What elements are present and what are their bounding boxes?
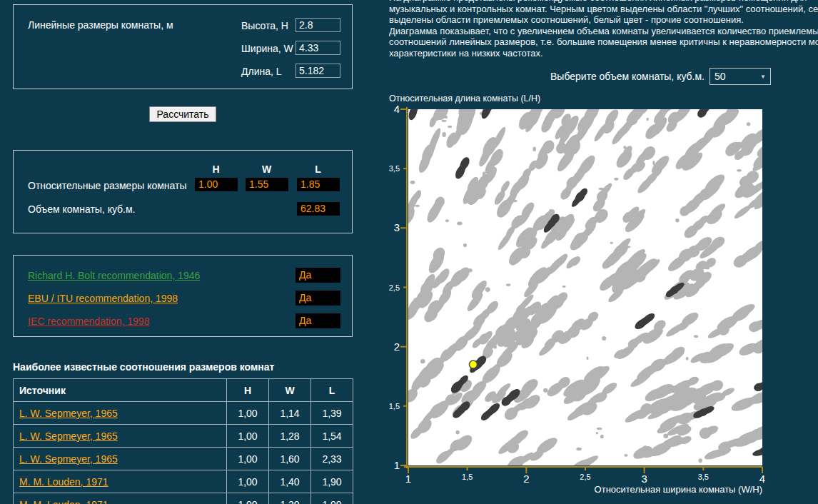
col-l-label: L <box>297 163 339 175</box>
source-link[interactable]: L. W. Sepmeyer, 1965 <box>19 430 118 442</box>
header-source: Источник <box>14 379 227 402</box>
y-tick-label: 2 <box>394 341 400 353</box>
description-line: На диаграмме представлены рекомендуемые … <box>389 0 818 4</box>
y-tick-label: 3,5 <box>389 164 400 173</box>
room-ratio-diagram[interactable]: 11,522,533,5411,522,533,54Относительная … <box>385 100 818 504</box>
x-tick-label: 4 <box>759 473 765 485</box>
table-row: M. M. Louden, 1971 1,00 1,30 1,90 <box>14 493 353 504</box>
bolt-recommendation-link[interactable]: Richard H. Bolt recommendation, 1946 <box>28 270 200 281</box>
height-input[interactable] <box>296 18 340 32</box>
best-ratio-region <box>484 100 496 109</box>
x-tick-label: 3 <box>641 473 647 485</box>
chart-x-axis-title: Относительная ширина комнаты (W/H) <box>595 484 762 495</box>
ebu-itu-recommendation-result: Да <box>296 291 340 306</box>
x-tick-label: 2,5 <box>580 473 590 481</box>
description-line: выделены области приемлемых соотношений,… <box>389 14 818 26</box>
header-l: L <box>311 379 353 402</box>
header-h: H <box>227 379 269 402</box>
ebu-itu-recommendation-link[interactable]: EBU / ITU recommendation, 1998 <box>28 293 178 304</box>
y-tick-label: 1,5 <box>389 402 400 410</box>
source-link[interactable]: L. W. Sepmeyer, 1965 <box>19 453 118 465</box>
diagram-description: На диаграмме представлены рекомендуемые … <box>389 0 818 64</box>
description-line: соотношений линейных размеров, т.е. боль… <box>389 36 818 48</box>
iec-recommendation-link[interactable]: IEC recommendation, 1998 <box>28 316 149 327</box>
iec-recommendation-result: Да <box>296 313 340 328</box>
source-link[interactable]: M. M. Louden, 1971 <box>19 499 108 504</box>
recommendations-panel: Richard H. Bolt recommendation, 1946 Да … <box>13 255 353 337</box>
volume-select-label: Выберите объем комнаты, куб.м. <box>550 71 705 82</box>
volume-select-row: Выберите объем комнаты, куб.м. 50 ▼ <box>389 68 771 85</box>
page: Линейные размеры комнаты, м Высота, H Ши… <box>0 0 818 504</box>
relative-sizes-panel: H W L Относительные размеры комнаты 1.00… <box>13 150 353 233</box>
length-input[interactable] <box>296 64 340 78</box>
y-tick-label: 2,5 <box>389 283 400 292</box>
source-link[interactable]: M. M. Louden, 1971 <box>19 476 108 488</box>
linear-sizes-label: Линейные размеры комнаты, м <box>28 19 173 31</box>
volume-select-value: 50 <box>715 71 726 82</box>
table-row: L. W. Sepmeyer, 1965 1,00 1,60 2,33 <box>14 448 353 470</box>
header-w: W <box>269 379 311 402</box>
col-w-label: W <box>246 163 288 175</box>
table-row: L. W. Sepmeyer, 1965 1,00 1,14 1,39 <box>14 402 353 425</box>
volume-label: Объем комнаты, куб.м. <box>28 203 136 215</box>
relative-w-value: 1.55 <box>246 178 288 191</box>
width-label: Ширина, W <box>241 43 293 54</box>
col-h-label: H <box>195 163 237 175</box>
description-line: музыкальных и контрольных комнат. Черным… <box>389 4 818 15</box>
height-label: Высота, H <box>241 20 288 31</box>
volume-select[interactable]: 50 ▼ <box>710 68 771 85</box>
description-line: характеристики на низких частотах. <box>389 48 818 59</box>
ratios-table: Источник H W L L. W. Sepmeyer, 1965 1,00… <box>13 378 353 504</box>
x-tick-label: 3,5 <box>698 473 709 481</box>
x-tick-label: 1 <box>405 473 411 485</box>
room-ratio-marker[interactable] <box>469 361 477 368</box>
length-label: Длина, L <box>241 66 282 77</box>
ratios-table-title: Наиболее известные соотношения размеров … <box>13 361 274 373</box>
table-row: L. W. Sepmeyer, 1965 1,00 1,28 1,54 <box>14 425 353 448</box>
best-ratio-region <box>764 445 776 455</box>
y-tick-label: 1 <box>394 459 400 471</box>
volume-value: 62.83 <box>297 202 340 216</box>
relative-h-value: 1.00 <box>195 178 238 191</box>
chevron-down-icon: ▼ <box>760 74 766 80</box>
y-tick-label: 3 <box>394 221 400 233</box>
best-ratio-region <box>761 378 775 389</box>
calculate-button[interactable]: Рассчитать <box>149 106 216 122</box>
ratio-chart-svg[interactable]: 11,522,533,5411,522,533,54Относительная … <box>385 100 818 504</box>
source-link[interactable]: L. W. Sepmeyer, 1965 <box>19 408 118 419</box>
bolt-recommendation-result: Да <box>296 268 340 283</box>
table-header-row: Источник H W L <box>14 379 353 402</box>
x-tick-label: 2 <box>523 473 529 485</box>
linear-sizes-panel: Линейные размеры комнаты, м Высота, H Ши… <box>13 4 353 89</box>
relative-sizes-label: Относительные размеры комнаты <box>28 180 187 191</box>
relative-l-value: 1.85 <box>297 178 340 191</box>
y-tick-label: 4 <box>394 103 400 115</box>
x-tick-label: 1,5 <box>462 473 473 481</box>
width-input[interactable] <box>296 41 340 55</box>
table-row: M. M. Louden, 1971 1,00 1,40 1,90 <box>14 470 353 493</box>
description-line: Диаграмма показывает, что с увеличением … <box>389 26 818 37</box>
